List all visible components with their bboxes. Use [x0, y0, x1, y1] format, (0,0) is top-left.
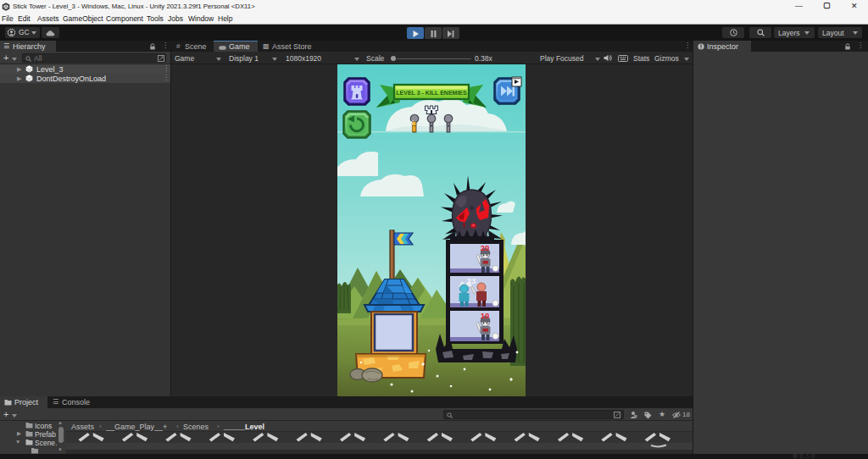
svg-text:LEVEL 3 - KILL ENEMIES: LEVEL 3 - KILL ENEMIES	[396, 90, 467, 96]
svg-text:20: 20	[481, 243, 490, 252]
svg-text:10: 10	[481, 311, 490, 320]
svg-text:23: 23	[467, 276, 476, 285]
